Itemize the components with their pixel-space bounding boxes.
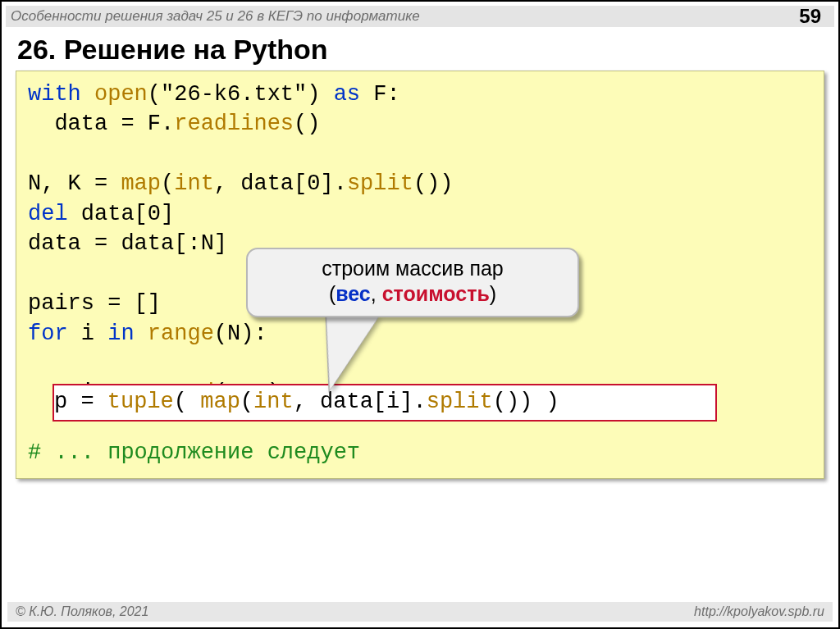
header-title: Особенности решения задач 25 и 26 в КЕГЭ… — [11, 8, 791, 25]
slide: Особенности решения задач 25 и 26 в КЕГЭ… — [0, 0, 840, 629]
code-block: with open("26-k6.txt") as F: data = F.re… — [16, 71, 824, 479]
page-number: 59 — [791, 5, 829, 28]
header-bar: Особенности решения задач 25 и 26 в КЕГЭ… — [6, 6, 834, 27]
callout-line2: (вес, стоимость) — [261, 281, 564, 307]
footer-bar: © К.Ю. Поляков, 2021 http://kpolyakov.sp… — [7, 602, 833, 622]
footer-right: http://kpolyakov.spb.ru — [694, 604, 824, 619]
highlighted-code: p = tuple( map(int, data[i].split()) ) — [54, 385, 715, 417]
callout-box: строим массив пар (вес, стоимость) — [246, 248, 579, 317]
slide-title: 26. Решение на Python — [17, 34, 823, 66]
footer-left: © К.Ю. Поляков, 2021 — [16, 604, 148, 619]
callout-line1: строим массив пар — [261, 256, 564, 281]
highlighted-line: p = tuple( map(int, data[i].split()) ) — [52, 384, 717, 422]
